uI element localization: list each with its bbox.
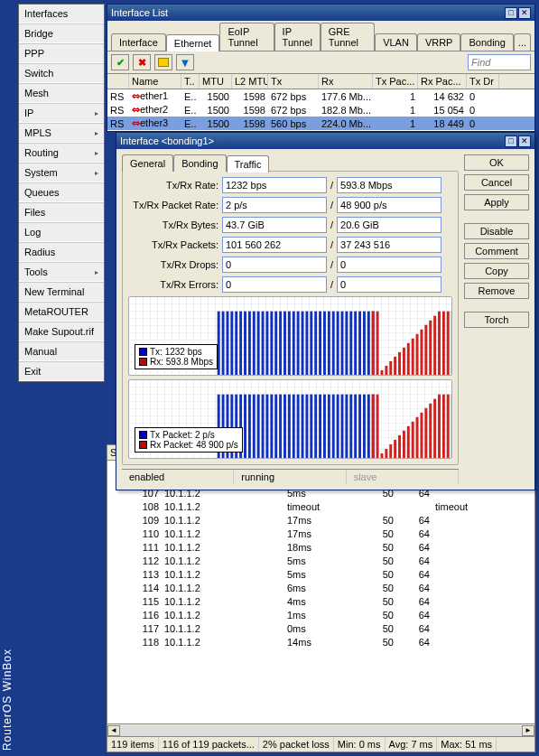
sidebar-item[interactable]: IP▸ bbox=[19, 103, 104, 123]
tab[interactable]: ... bbox=[514, 33, 531, 51]
svg-rect-48 bbox=[341, 312, 344, 375]
col-header[interactable]: Tx Pac... bbox=[373, 74, 418, 89]
field-tx[interactable] bbox=[222, 257, 327, 273]
scroll-right-icon[interactable]: ► bbox=[522, 725, 534, 736]
tab[interactable]: Ethernet bbox=[166, 34, 220, 51]
table-row[interactable]: 10810.1.1.2timeouttimeout bbox=[107, 501, 534, 515]
field-rx[interactable] bbox=[337, 217, 441, 233]
table-row[interactable]: 11410.1.1.26ms5064 bbox=[107, 583, 534, 596]
tab[interactable]: VRRP bbox=[417, 33, 461, 51]
svg-rect-135 bbox=[398, 352, 401, 375]
tab[interactable]: General bbox=[122, 154, 173, 172]
sidebar-item[interactable]: PPP bbox=[19, 43, 104, 63]
close-icon[interactable]: ✕ bbox=[518, 7, 531, 19]
field-rx[interactable] bbox=[337, 237, 441, 253]
find-input[interactable] bbox=[468, 54, 531, 70]
sidebar-item[interactable]: Queues bbox=[19, 182, 104, 202]
field-rx[interactable] bbox=[337, 197, 441, 213]
tab[interactable]: Bonding bbox=[460, 33, 513, 51]
col-header[interactable]: Name bbox=[129, 74, 181, 89]
field-rx[interactable] bbox=[337, 177, 441, 193]
col-header[interactable] bbox=[107, 74, 129, 89]
grid-body[interactable]: RS⇔ether1E..15001598672 bps177.6 Mb...11… bbox=[107, 89, 534, 131]
table-row[interactable]: 11710.1.1.20ms5064 bbox=[107, 623, 534, 637]
table-row[interactable]: 11210.1.1.25ms5064 bbox=[107, 555, 534, 569]
table-row[interactable]: 11010.1.1.217ms5064 bbox=[107, 528, 534, 542]
list-item[interactable]: RS⇔ether1E..15001598672 bps177.6 Mb...11… bbox=[107, 89, 534, 103]
col-header[interactable]: L2 MTU bbox=[232, 74, 268, 89]
svg-rect-44 bbox=[323, 312, 326, 375]
tab[interactable]: Bonding bbox=[173, 154, 226, 172]
field-tx[interactable] bbox=[222, 217, 327, 233]
field-tx[interactable] bbox=[222, 197, 327, 213]
sidebar-item[interactable]: Routing▸ bbox=[19, 143, 104, 163]
comment-button[interactable]: Comment bbox=[464, 243, 529, 259]
sidebar-item[interactable]: MPLS▸ bbox=[19, 123, 104, 143]
table-row[interactable]: 11810.1.1.214ms5064 bbox=[107, 637, 534, 650]
sidebar-item[interactable]: Files bbox=[19, 202, 104, 222]
svg-rect-293 bbox=[442, 395, 445, 458]
col-header[interactable]: Tx bbox=[268, 74, 319, 89]
svg-rect-193 bbox=[328, 395, 330, 458]
table-row[interactable]: 11510.1.1.24ms5064 bbox=[107, 596, 534, 610]
tab[interactable]: Interface bbox=[111, 33, 166, 51]
filter-button[interactable]: ▼ bbox=[176, 54, 194, 70]
tab[interactable]: IP Tunnel bbox=[274, 23, 321, 51]
tab[interactable]: GRE Tunnel bbox=[321, 23, 375, 51]
tab[interactable]: VLAN bbox=[375, 33, 417, 51]
sidebar-item[interactable]: Bridge bbox=[19, 23, 104, 43]
remove-button[interactable]: Remove bbox=[464, 283, 529, 299]
svg-rect-138 bbox=[412, 339, 414, 375]
table-row[interactable]: 11310.1.1.25ms5064 bbox=[107, 569, 534, 583]
interface-list-window: Interface List □ ✕ InterfaceEthernetEoIP… bbox=[107, 4, 535, 132]
col-header[interactable]: Tx Dr bbox=[467, 74, 499, 89]
grid-header[interactable]: NameT..MTUL2 MTUTxRxTx Pac...Rx Pac...Tx… bbox=[107, 74, 534, 89]
field-tx[interactable] bbox=[222, 237, 327, 253]
svg-rect-41 bbox=[310, 312, 312, 375]
enable-button[interactable]: ✔ bbox=[111, 54, 129, 70]
sidebar-item[interactable]: Interfaces bbox=[19, 5, 104, 23]
ok-button[interactable]: OK bbox=[464, 154, 529, 171]
scroll-left-icon[interactable]: ◄ bbox=[107, 725, 120, 736]
col-header[interactable]: Rx bbox=[319, 74, 373, 89]
apply-button[interactable]: Apply bbox=[464, 194, 529, 210]
table-row[interactable]: 11610.1.1.21ms5064 bbox=[107, 610, 534, 623]
sidebar-item[interactable]: Radius bbox=[19, 242, 104, 262]
table-row[interactable]: 11110.1.1.218ms5064 bbox=[107, 542, 534, 555]
sidebar-item[interactable]: Log bbox=[19, 222, 104, 242]
sidebar-item[interactable]: Exit bbox=[19, 361, 104, 381]
svg-rect-182 bbox=[279, 395, 282, 458]
table-row[interactable]: 10910.1.1.217ms5064 bbox=[107, 515, 534, 528]
tab[interactable]: EoIP Tunnel bbox=[219, 23, 274, 51]
sidebar-item[interactable]: New Terminal bbox=[19, 282, 104, 302]
sidebar-item[interactable]: Make Supout.rif bbox=[19, 322, 104, 341]
list-item[interactable]: RS⇔ether3E..15001598560 bps224.0 Mb...11… bbox=[107, 117, 534, 130]
tab[interactable]: Traffic bbox=[227, 155, 270, 173]
scrollbar-h[interactable]: ◄ ► bbox=[107, 723, 534, 736]
list-item[interactable]: RS⇔ether2E..15001598672 bps182.8 Mb...11… bbox=[107, 103, 534, 117]
minimize-icon[interactable]: □ bbox=[505, 135, 517, 147]
disable-button[interactable]: ✖ bbox=[133, 54, 151, 70]
ping-body[interactable]: 10510.1.1.2timeouttimeout10610.1.1.214ms… bbox=[107, 461, 534, 723]
col-header[interactable]: T.. bbox=[181, 74, 200, 89]
field-tx[interactable] bbox=[222, 177, 327, 193]
sidebar-item[interactable]: MetaROUTER bbox=[19, 302, 104, 322]
torch-button[interactable]: Torch bbox=[464, 312, 529, 328]
comment-button[interactable] bbox=[154, 54, 172, 70]
col-header[interactable]: MTU bbox=[200, 74, 232, 89]
field-rx[interactable] bbox=[337, 276, 441, 293]
sidebar-item[interactable]: Switch bbox=[19, 63, 104, 83]
field-rx[interactable] bbox=[337, 257, 441, 273]
sidebar-item[interactable]: Tools▸ bbox=[19, 262, 104, 282]
col-header[interactable]: Rx Pac... bbox=[418, 74, 467, 89]
cancel-button[interactable]: Cancel bbox=[464, 174, 529, 191]
sidebar-item[interactable]: Manual bbox=[19, 341, 104, 361]
status-cell: Avg: 7 ms bbox=[386, 737, 438, 751]
minimize-icon[interactable]: □ bbox=[505, 7, 517, 19]
copy-button[interactable]: Copy bbox=[464, 263, 529, 279]
sidebar-item[interactable]: Mesh bbox=[19, 83, 104, 103]
sidebar-item[interactable]: System▸ bbox=[19, 163, 104, 182]
field-tx[interactable] bbox=[222, 276, 327, 293]
close-icon[interactable]: ✕ bbox=[518, 135, 531, 147]
disable-button[interactable]: Disable bbox=[464, 223, 529, 239]
